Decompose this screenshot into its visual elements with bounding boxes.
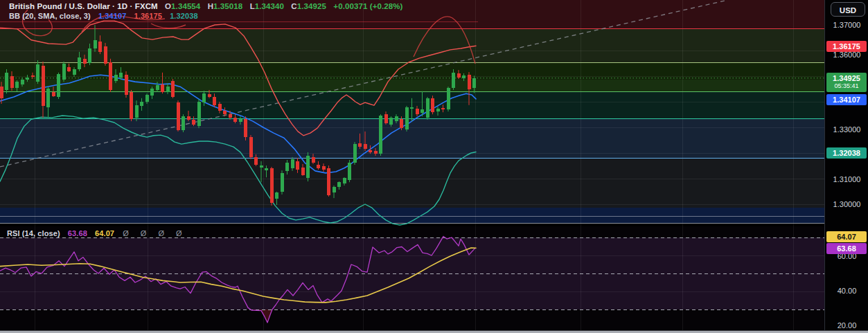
high-label: H bbox=[208, 2, 213, 10]
price-chart-canvas[interactable] bbox=[0, 0, 824, 330]
currency-button[interactable]: USD bbox=[831, 2, 865, 17]
rsi-axis-label: 20.00 bbox=[825, 321, 868, 330]
chart-window: British Pound / U.S. Dollar · 1D · FXCM … bbox=[0, 0, 868, 333]
rsi-label: RSI (14, close) bbox=[7, 229, 60, 237]
close-value: 1.34925 bbox=[297, 2, 326, 10]
price-axis-label: 1.33000 bbox=[825, 125, 868, 134]
open-label: O bbox=[165, 2, 171, 10]
price-axis-badge: 1.36175 bbox=[826, 41, 867, 52]
price-axis-label: 1.30000 bbox=[825, 199, 868, 209]
symbol-title: British Pound / U.S. Dollar · 1D · FXCM bbox=[9, 2, 158, 10]
low-label: L bbox=[250, 2, 255, 10]
rsi-hidden-values: Ø Ø Ø Ø bbox=[123, 229, 186, 237]
open-value: 1.34554 bbox=[171, 2, 200, 10]
rsi-ma-value: 64.07 bbox=[95, 229, 114, 237]
symbol-legend[interactable]: British Pound / U.S. Dollar · 1D · FXCM … bbox=[9, 2, 403, 10]
price-axis-badge: 1.34107 bbox=[826, 94, 867, 105]
low-value: 1.34340 bbox=[255, 2, 284, 10]
rsi-axis-label: 40.00 bbox=[825, 286, 868, 296]
rsi-indicator-legend[interactable]: RSI (14, close) 63.68 64.07 Ø Ø Ø Ø bbox=[7, 229, 187, 237]
bb-basis-value: 1.34107 bbox=[98, 12, 126, 20]
price-axis-badge: 1.32038 bbox=[826, 147, 867, 159]
bb-upper-value: 1.36175 bbox=[134, 12, 162, 20]
time-axis[interactable] bbox=[0, 330, 868, 333]
bb-label: BB (20, SMA, close, 3) bbox=[9, 12, 91, 20]
change-value: +0.00371 (+0.28%) bbox=[333, 2, 402, 10]
rsi-value: 63.68 bbox=[68, 229, 87, 237]
price-axis-label: 1.31000 bbox=[825, 174, 868, 184]
price-axis[interactable]: 1.370001.360001.330001.310001.3000060.00… bbox=[824, 0, 868, 330]
high-value: 1.35018 bbox=[213, 2, 242, 10]
rsi-axis-badge: 64.07 bbox=[826, 231, 867, 242]
bb-indicator-legend[interactable]: BB (20, SMA, close, 3) 1.34107 1.36175 1… bbox=[9, 12, 198, 20]
price-axis-badge: 1.3492505:35:41 bbox=[826, 73, 867, 92]
countdown-timer: 05:35:41 bbox=[826, 82, 867, 90]
price-axis-label: 1.37000 bbox=[825, 20, 868, 30]
close-label: C bbox=[291, 2, 296, 10]
rsi-axis-badge: 63.68 bbox=[826, 243, 867, 254]
bb-lower-value: 1.32038 bbox=[170, 12, 197, 20]
